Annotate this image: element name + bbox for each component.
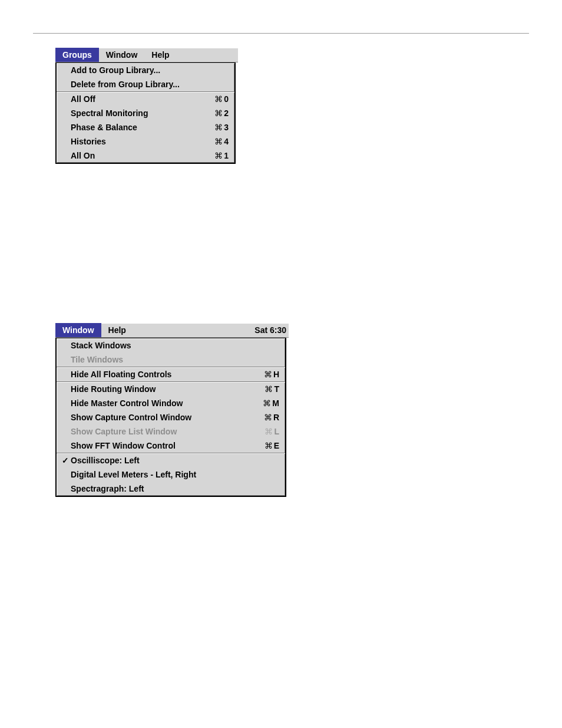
shortcut: ⌘R	[250, 411, 279, 423]
menu-item-label: All On	[71, 150, 200, 162]
shortcut: ⌘E	[250, 440, 279, 452]
menu-item-label: Hide Routing Window	[71, 383, 250, 395]
menu-item-label: Oscilliscope: Left	[71, 454, 279, 466]
menu-item-oscilliscope-left[interactable]: ✓ Oscilliscope: Left	[57, 453, 285, 467]
command-icon: ⌘	[265, 440, 273, 452]
shortcut: ⌘L	[250, 426, 279, 437]
menubar-title-window[interactable]: Window	[55, 323, 101, 337]
menubar-clock: Sat 6:30	[247, 323, 289, 337]
shortcut-key: 0	[224, 93, 229, 105]
command-icon: ⌘	[214, 107, 223, 119]
command-icon: ⌘	[264, 368, 272, 380]
top-rule	[33, 33, 529, 34]
menu-item-histories[interactable]: Histories ⌘4	[57, 134, 234, 149]
shortcut: ⌘0	[200, 93, 229, 105]
menu-item-show-capture-list-window: Show Capture List Window ⌘L	[57, 424, 285, 439]
menu-item-label: Hide Master Control Window	[71, 397, 249, 409]
menubar-groups: Groups Window Help	[55, 48, 238, 62]
menu-item-add-to-group-library[interactable]: Add to Group Library...	[57, 63, 234, 77]
menu-item-show-fft-window-control[interactable]: Show FFT Window Control ⌘E	[57, 439, 285, 453]
shortcut: ⌘3	[200, 121, 229, 133]
command-icon: ⌘	[264, 411, 272, 423]
menu-item-label: Delete from Group Library...	[71, 78, 229, 90]
shortcut-key: 4	[224, 136, 229, 147]
menu-item-label: Histories	[71, 136, 200, 147]
window-section-windows: Hide Routing Window ⌘T Hide Master Contr…	[57, 381, 285, 453]
window-menu-screenshot: Window Help Sat 6:30 Stack Windows Tile …	[55, 323, 562, 497]
menubar-title-window[interactable]: Window	[99, 48, 145, 62]
command-icon: ⌘	[265, 426, 273, 437]
checkmark-icon: ✓	[60, 454, 71, 466]
shortcut-key: R	[273, 411, 279, 423]
command-icon: ⌘	[214, 150, 223, 162]
groups-menu-screenshot: Groups Window Help Add to Group Library.…	[55, 48, 562, 164]
groups-section-library: Add to Group Library... Delete from Grou…	[57, 63, 234, 91]
shortcut-key: 1	[224, 150, 229, 162]
shortcut: ⌘2	[200, 107, 229, 119]
menu-item-label: Show FFT Window Control	[71, 440, 250, 452]
menubar-window: Window Help Sat 6:30	[55, 323, 289, 338]
menu-item-show-capture-control-window[interactable]: Show Capture Control Window ⌘R	[57, 410, 285, 424]
command-icon: ⌘	[214, 121, 223, 133]
menu-item-label: All Off	[71, 93, 200, 105]
window-section-arrange: Stack Windows Tile Windows	[57, 338, 285, 367]
shortcut-key: 2	[224, 107, 229, 119]
shortcut-key: T	[274, 383, 279, 395]
shortcut: ⌘1	[200, 150, 229, 162]
shortcut: ⌘4	[200, 136, 229, 147]
window-section-open-windows: ✓ Oscilliscope: Left Digital Level Meter…	[57, 453, 285, 496]
window-section-floating: Hide All Floating Controls ⌘H	[57, 367, 285, 381]
menu-item-digital-level-meters[interactable]: Digital Level Meters - Left, Right	[57, 467, 285, 482]
window-dropdown: Stack Windows Tile Windows Hide All Floa…	[55, 338, 286, 497]
shortcut: ⌘M	[249, 397, 279, 409]
menu-item-all-on[interactable]: All On ⌘1	[57, 149, 234, 163]
menu-item-label: Stack Windows	[71, 340, 279, 351]
menu-item-label: Tile Windows	[71, 354, 279, 365]
menu-item-spectragraph-left[interactable]: Spectragraph: Left	[57, 482, 285, 496]
menu-item-all-off[interactable]: All Off ⌘0	[57, 92, 234, 106]
shortcut: ⌘H	[250, 368, 279, 380]
menu-item-phase-balance[interactable]: Phase & Balance ⌘3	[57, 120, 234, 134]
menu-item-hide-all-floating-controls[interactable]: Hide All Floating Controls ⌘H	[57, 367, 285, 381]
shortcut-key: E	[274, 440, 279, 452]
command-icon: ⌘	[265, 383, 273, 395]
menu-item-tile-windows: Tile Windows	[57, 353, 285, 367]
menu-item-hide-routing-window[interactable]: Hide Routing Window ⌘T	[57, 382, 285, 396]
shortcut: ⌘T	[250, 383, 279, 395]
menu-item-label: Show Capture List Window	[71, 426, 250, 437]
menu-item-delete-from-group-library[interactable]: Delete from Group Library...	[57, 77, 234, 91]
menu-item-label: Phase & Balance	[71, 121, 200, 133]
groups-section-presets: All Off ⌘0 Spectral Monitoring ⌘2 Phase …	[57, 91, 234, 163]
menu-item-label: Spectral Monitoring	[71, 107, 200, 119]
menu-item-label: Digital Level Meters - Left, Right	[71, 469, 279, 480]
groups-dropdown: Add to Group Library... Delete from Grou…	[55, 62, 236, 164]
menu-item-label: Hide All Floating Controls	[71, 368, 250, 380]
menubar-title-help[interactable]: Help	[144, 48, 176, 62]
menu-item-label: Show Capture Control Window	[71, 411, 250, 423]
shortcut-key: 3	[224, 121, 229, 133]
menu-item-spectral-monitoring[interactable]: Spectral Monitoring ⌘2	[57, 106, 234, 120]
menu-item-label: Spectragraph: Left	[71, 483, 279, 495]
menu-item-label: Add to Group Library...	[71, 64, 229, 76]
menu-item-stack-windows[interactable]: Stack Windows	[57, 338, 285, 353]
command-icon: ⌘	[214, 93, 223, 105]
shortcut-key: L	[274, 426, 279, 437]
shortcut-key: H	[273, 368, 279, 380]
menubar-title-help[interactable]: Help	[101, 323, 133, 337]
command-icon: ⌘	[263, 397, 271, 409]
command-icon: ⌘	[214, 136, 223, 147]
menu-item-hide-master-control-window[interactable]: Hide Master Control Window ⌘M	[57, 396, 285, 410]
shortcut-key: M	[272, 397, 279, 409]
menubar-title-groups[interactable]: Groups	[55, 48, 99, 62]
